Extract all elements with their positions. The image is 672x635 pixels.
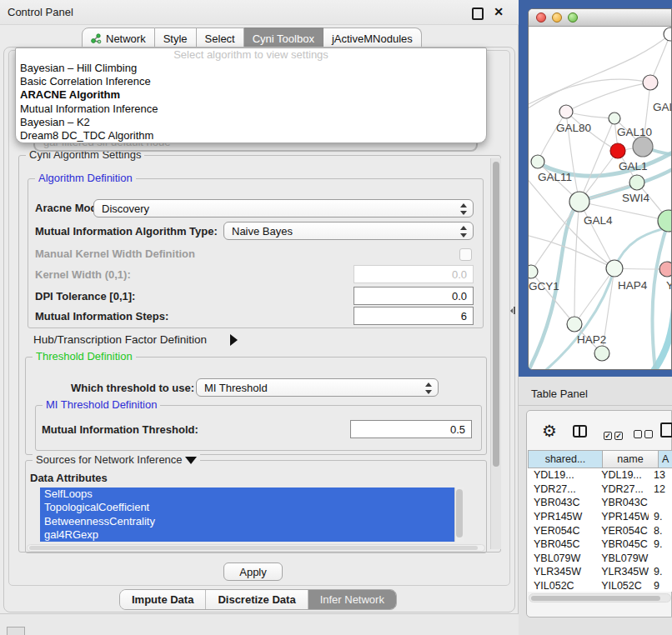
node-gcy1[interactable] [529, 265, 538, 278]
label-y-partial: Y [666, 279, 672, 292]
algorithm-option[interactable]: Bayesian – K2 [16, 116, 486, 129]
tab-jactivemnodules-label: jActiveMNodules [332, 32, 413, 45]
table-row[interactable]: YDR27... YDR27... 12 [528, 482, 672, 497]
settings-scrollbar-thumb[interactable] [493, 162, 499, 467]
tab-discretize-data[interactable]: Discretize Data [205, 590, 307, 609]
attribute-item[interactable]: gal4RGexp [40, 528, 454, 542]
node-hap2[interactable] [567, 317, 582, 332]
tab-network-label: Network [106, 32, 146, 45]
table-row[interactable]: YIL052C YIL052C 9 [528, 579, 672, 592]
cell-value: 9. [649, 566, 672, 578]
table-header-row: shared... name A [528, 450, 672, 468]
table-row[interactable]: YER054C YER054C 8. [528, 523, 672, 538]
manual-kernel-label: Manual Kernel Width Definition [35, 248, 195, 260]
hub-section-label[interactable]: Hub/Transcription Factor Definition [33, 333, 207, 346]
column-header-name[interactable]: name [603, 450, 659, 468]
attributes-scrollbar-track[interactable] [454, 488, 464, 542]
sources-title: Sources for Network Inference [33, 453, 200, 466]
network-tab-icon [91, 33, 102, 44]
float-window-icon[interactable] [472, 8, 484, 20]
node-gal80[interactable] [559, 105, 573, 118]
column-header-partial[interactable]: A [659, 450, 672, 468]
mi-type-combobox[interactable]: Naive Bayes [223, 222, 474, 240]
table-row[interactable]: YDL19... YDL19... 13 [528, 468, 672, 482]
cell-shared-name: YLR345W [528, 566, 597, 578]
table-hscrollbar-thumb[interactable] [531, 596, 660, 601]
algorithm-definition-title: Algorithm Definition [35, 172, 136, 184]
node-gal4[interactable] [569, 192, 589, 212]
zoom-traffic-light-icon[interactable] [568, 12, 578, 22]
network-canvas[interactable]: GAL GAL80 GAL10 GAL1 GAL11 SWI4 GAL4 GCY… [529, 27, 672, 370]
aracne-mode-combobox[interactable]: Discovery [93, 199, 474, 218]
attributes-scrollbar-thumb[interactable] [456, 489, 463, 538]
bottom-left-grip[interactable] [7, 627, 25, 635]
label-gal80: GAL80 [556, 122, 591, 134]
table-row[interactable]: YPR145W YPR145W 9. [528, 510, 672, 524]
data-attributes-list[interactable]: SelfLoops TopologicalCoefficient Between… [40, 488, 454, 542]
bottom-tabbar: Impute Data Discretize Data Infer Networ… [119, 589, 397, 610]
node-gal10[interactable] [609, 112, 620, 124]
tab-style-label: Style [163, 32, 188, 45]
column-header-shared-name[interactable]: shared... [528, 450, 603, 468]
deselect-all-columns-icon[interactable] [634, 427, 655, 442]
close-icon[interactable]: ✕ [494, 5, 504, 18]
algorithm-option[interactable]: Mutual Information Inference [16, 102, 486, 116]
node-red-gal1[interactable] [610, 143, 625, 158]
table-row[interactable]: YBR045C YBR045C 9. [528, 538, 672, 552]
algorithm-option[interactable]: Dream8 DC_TDC Algorithm [16, 129, 486, 142]
kernel-width-field[interactable]: 0.0 [354, 265, 474, 283]
mi-steps-field[interactable]: 6 [354, 307, 474, 325]
cell-value: 9 [649, 580, 672, 592]
apply-button[interactable]: Apply [223, 562, 283, 581]
algorithm-option-selected[interactable]: ARACNE Algorithm [16, 88, 486, 102]
label-hap2: HAP2 [577, 333, 606, 346]
node-hap4[interactable] [606, 260, 623, 277]
mi-threshold-field[interactable]: 0.5 [350, 420, 472, 438]
cell-value: 9. [649, 511, 672, 522]
show-columns-icon[interactable] [573, 425, 587, 438]
node-bottom[interactable] [594, 346, 609, 361]
tab-select-label: Select [205, 32, 235, 45]
hub-expand-icon[interactable] [230, 334, 238, 346]
node-gal-partial[interactable] [643, 75, 658, 90]
cell-name: YDL19... [597, 469, 649, 481]
network-view-window: GAL GAL80 GAL10 GAL1 GAL11 SWI4 GAL4 GCY… [528, 8, 672, 370]
tab-infer-network[interactable]: Infer Network [308, 590, 396, 609]
node-gal11[interactable] [531, 155, 544, 168]
minimize-traffic-light-icon[interactable] [552, 12, 562, 22]
threshold-definition-title: Threshold Definition [33, 350, 136, 362]
close-traffic-light-icon[interactable] [536, 12, 546, 22]
dpi-tolerance-label: DPI Tolerance [0,1]: [35, 290, 135, 302]
tab-impute-data[interactable]: Impute Data [120, 590, 205, 609]
table-row[interactable]: YBR043C YBR043C [528, 496, 672, 510]
attribute-item[interactable]: TopologicalCoefficient [40, 501, 454, 514]
cell-shared-name: YDR27... [528, 483, 597, 495]
control-panel: Control Panel ✕ Network Style Select [0, 0, 519, 614]
attributes-hscrollbar-thumb[interactable] [29, 546, 478, 550]
node-unlabeled[interactable] [664, 28, 672, 41]
manual-kernel-checkbox[interactable] [459, 248, 472, 261]
algorithm-option[interactable]: Basic Correlation Inference [16, 75, 486, 88]
node-below-gal1[interactable] [629, 175, 644, 190]
mi-type-value: Naive Bayes [232, 225, 293, 238]
aracne-mode-value: Discovery [102, 202, 149, 215]
which-threshold-combobox[interactable]: MI Threshold [196, 378, 439, 397]
attribute-item[interactable]: SelfLoops [40, 488, 454, 501]
algorithm-option[interactable]: Bayesian – Hill Climbing [16, 62, 486, 75]
sources-collapse-icon[interactable] [185, 457, 197, 464]
table-row[interactable]: YBL079W YBL079W [528, 552, 672, 566]
kernel-width-value: 0.0 [452, 268, 467, 281]
table-hscrollbar-track[interactable] [529, 593, 671, 602]
attributes-hscrollbar-track[interactable] [27, 544, 485, 552]
select-all-columns-icon[interactable]: ✓✓ [604, 427, 625, 442]
table-row[interactable]: YLR345W YLR345W 9. [528, 565, 672, 579]
node-gray[interactable] [633, 137, 653, 157]
dpi-tolerance-field[interactable]: 0.0 [354, 287, 474, 305]
export-table-icon[interactable] [660, 422, 672, 438]
screen: Control Panel ✕ Network Style Select [0, 0, 672, 635]
settings-scrollbar-track[interactable] [490, 158, 501, 549]
network-window-titlebar[interactable] [529, 9, 671, 27]
table-settings-gear-icon[interactable]: ⚙ [542, 422, 557, 440]
attribute-item[interactable]: BetweennessCentrality [40, 515, 454, 528]
node-y-partial[interactable] [659, 262, 672, 277]
